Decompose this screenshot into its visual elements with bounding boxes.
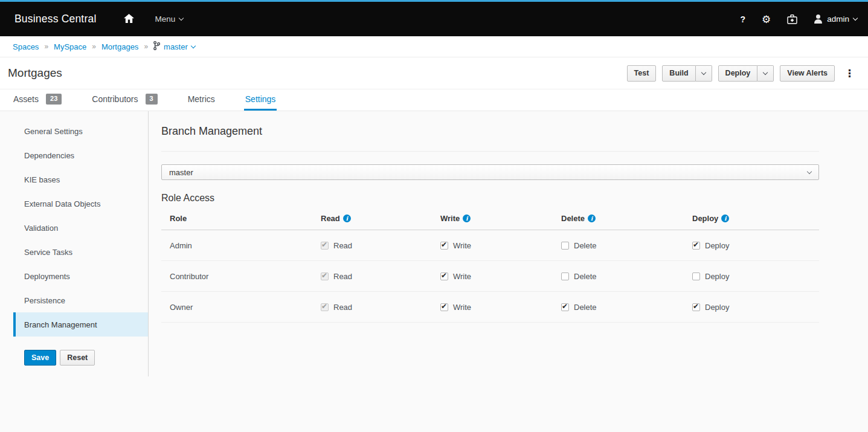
tab-assets[interactable]: Assets 23 <box>12 89 63 111</box>
checkbox-label: Delete <box>574 241 597 250</box>
top-navbar: Business Central Menu ? ⚙ admin <box>0 2 868 36</box>
sidebar-item-general-settings[interactable]: General Settings <box>13 119 148 143</box>
user-dropdown[interactable]: admin <box>814 15 857 24</box>
tab-settings[interactable]: Settings <box>244 89 277 111</box>
delete-checkbox[interactable] <box>561 303 569 311</box>
branch-name: master <box>164 42 188 51</box>
project-title-bar: Mortgages Test Build Deploy View Alerts … <box>0 57 868 89</box>
admin-read-cell: Read <box>321 241 440 250</box>
kebab-menu-icon[interactable]: ⋮ <box>844 68 855 79</box>
write-checkbox[interactable] <box>440 242 448 250</box>
sidebar-item-dependencies[interactable]: Dependencies <box>13 143 148 167</box>
contributors-count-badge: 3 <box>146 94 158 104</box>
role-name: Admin <box>161 241 321 250</box>
chevron-down-icon <box>807 169 812 173</box>
settings-buttons: Save Reset <box>24 350 148 366</box>
sidebar-item-branch-management[interactable]: Branch Management <box>13 312 148 337</box>
test-button[interactable]: Test <box>627 65 657 82</box>
breadcrumb-mortgages[interactable]: Mortgages <box>101 42 138 51</box>
code-branch-icon <box>153 41 160 52</box>
medkit-icon[interactable] <box>787 15 797 24</box>
breadcrumb-spaces[interactable]: Spaces <box>13 42 39 51</box>
role-access-table: Role Read Write Delete De <box>161 207 819 323</box>
table-row-admin: Admin Read Write Delete <box>161 230 819 261</box>
delete-checkbox[interactable] <box>561 242 569 250</box>
checkbox-label: Delete <box>574 303 597 312</box>
sidebar-item-persistence[interactable]: Persistence <box>13 288 148 312</box>
deploy-split-button: Deploy <box>718 65 774 82</box>
sidebar-item-kie-bases[interactable]: KIE bases <box>13 167 148 192</box>
tab-label: Settings <box>245 94 276 104</box>
column-header-delete: Delete <box>561 214 692 223</box>
read-checkbox <box>321 303 329 311</box>
write-checkbox[interactable] <box>440 303 448 311</box>
sidebar-item-service-tasks[interactable]: Service Tasks <box>13 240 148 264</box>
breadcrumb-myspace[interactable]: MySpace <box>54 42 86 51</box>
breadcrumb-separator: » <box>92 42 96 51</box>
navbar-right-group: ? ⚙ admin <box>740 13 857 25</box>
checkbox-label: Read <box>333 272 352 281</box>
tab-metrics[interactable]: Metrics <box>187 89 216 111</box>
branch-select[interactable]: master <box>161 164 819 180</box>
tab-label: Contributors <box>92 94 138 104</box>
info-icon[interactable] <box>343 214 351 222</box>
reset-button[interactable]: Reset <box>60 350 95 366</box>
deploy-dropdown-toggle[interactable] <box>757 65 774 82</box>
column-header-deploy: Deploy <box>692 214 819 223</box>
deploy-checkbox[interactable] <box>692 303 700 311</box>
read-checkbox <box>321 242 329 250</box>
deploy-button[interactable]: Deploy <box>718 65 758 82</box>
write-checkbox[interactable] <box>440 272 448 280</box>
assets-count-badge: 23 <box>46 94 62 104</box>
checkbox-label: Delete <box>574 272 597 281</box>
breadcrumb-separator: » <box>144 42 148 51</box>
user-icon <box>814 15 823 24</box>
branch-select-value: master <box>169 168 193 177</box>
branch-selector[interactable]: master <box>153 41 195 52</box>
project-tabs: Assets 23 Contributors 3 Metrics Setting… <box>0 89 868 111</box>
owner-write-cell: Write <box>440 303 561 312</box>
tab-contributors[interactable]: Contributors 3 <box>91 89 158 111</box>
checkbox-label: Deploy <box>705 272 729 281</box>
info-icon[interactable] <box>463 214 471 222</box>
build-dropdown-toggle[interactable] <box>696 65 712 82</box>
home-button[interactable] <box>124 14 134 25</box>
admin-write-cell: Write <box>440 241 561 250</box>
save-button[interactable]: Save <box>24 350 56 366</box>
read-checkbox <box>321 272 329 280</box>
checkbox-label: Read <box>333 241 352 250</box>
deploy-checkbox[interactable] <box>692 272 700 280</box>
column-header-role: Role <box>161 214 321 223</box>
settings-sidebar: General Settings Dependencies KIE bases … <box>0 111 149 376</box>
column-label: Deploy <box>692 214 718 223</box>
settings-content: General Settings Dependencies KIE bases … <box>0 111 868 432</box>
sidebar-item-validation[interactable]: Validation <box>13 216 148 240</box>
app-window: Business Central Menu ? ⚙ admin Spaces » <box>0 0 868 432</box>
info-icon[interactable] <box>588 214 596 222</box>
info-icon[interactable] <box>721 214 729 222</box>
section-divider <box>161 151 819 152</box>
build-button[interactable]: Build <box>662 65 695 82</box>
gear-icon[interactable]: ⚙ <box>762 13 771 25</box>
chevron-down-icon <box>853 16 858 21</box>
sidebar-item-external-data-objects[interactable]: External Data Objects <box>13 192 148 216</box>
tab-label: Assets <box>13 94 39 104</box>
table-row-owner: Owner Read Write Delete <box>161 292 819 323</box>
role-access-title: Role Access <box>161 193 819 204</box>
menu-dropdown[interactable]: Menu <box>155 15 183 24</box>
table-row-contributor: Contributor Read Write Delete <box>161 261 819 292</box>
branch-management-panel: Branch Management master Role Access Rol… <box>149 111 868 432</box>
checkbox-label: Write <box>453 272 471 281</box>
view-alerts-button[interactable]: View Alerts <box>780 65 835 82</box>
help-icon[interactable]: ? <box>740 15 745 24</box>
chevron-down-icon <box>179 16 184 21</box>
sidebar-item-deployments[interactable]: Deployments <box>13 264 148 288</box>
column-label: Write <box>440 214 460 223</box>
admin-deploy-cell: Deploy <box>692 241 819 250</box>
brand-title: Business Central <box>14 13 96 25</box>
build-split-button: Build <box>662 65 712 82</box>
delete-checkbox[interactable] <box>561 272 569 280</box>
owner-deploy-cell: Deploy <box>692 303 819 312</box>
deploy-checkbox[interactable] <box>692 242 700 250</box>
contributor-deploy-cell: Deploy <box>692 272 819 281</box>
